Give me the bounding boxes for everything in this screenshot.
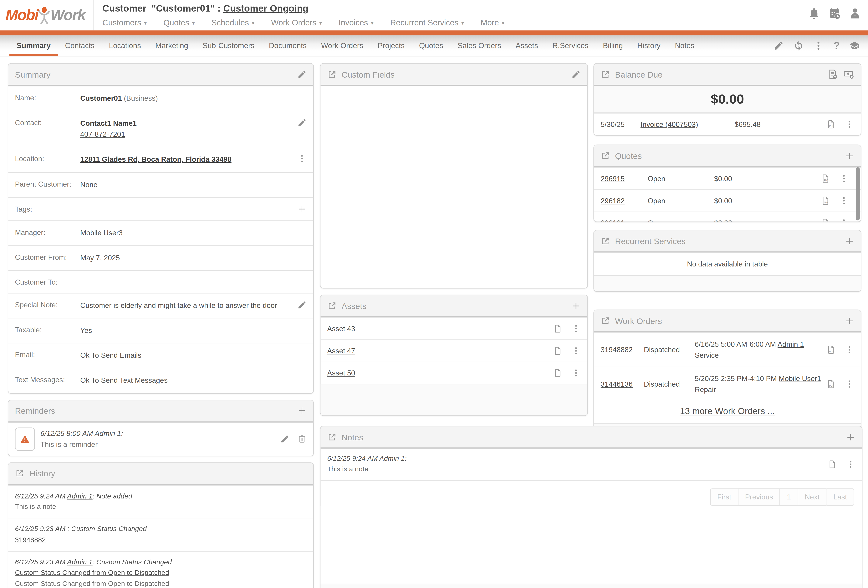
edit-pencil-icon[interactable] xyxy=(297,118,307,127)
kebab-menu-icon[interactable] xyxy=(845,345,854,355)
kebab-menu-icon[interactable] xyxy=(571,324,581,334)
edit-pencil-icon[interactable] xyxy=(571,69,581,79)
pdf-icon[interactable]: PDF xyxy=(821,196,831,205)
tab-summary[interactable]: Summary xyxy=(9,35,58,56)
notification-bell-icon[interactable] xyxy=(808,7,821,20)
more-work-orders-link[interactable]: 13 more Work Orders ... xyxy=(680,406,775,416)
external-link-icon[interactable] xyxy=(15,468,24,478)
kebab-menu-icon[interactable] xyxy=(846,459,855,469)
history-status-link[interactable]: Custom Status Changed from Open to Dispa… xyxy=(15,569,169,577)
kebab-menu-icon[interactable] xyxy=(839,218,849,222)
tab-quotes[interactable]: Quotes xyxy=(412,35,450,56)
pagination-next-button[interactable]: Next xyxy=(798,488,827,505)
document-icon[interactable] xyxy=(553,368,562,378)
tab-work-orders[interactable]: Work Orders xyxy=(314,35,371,56)
add-plus-icon[interactable] xyxy=(571,301,581,310)
history-user-link[interactable]: Admin 1 xyxy=(67,492,93,500)
quote-link[interactable]: 296181 xyxy=(601,219,648,222)
nav-recurrent-services[interactable]: Recurrent Services▾ xyxy=(390,18,464,27)
external-link-icon[interactable] xyxy=(327,432,337,442)
kebab-menu-icon[interactable] xyxy=(839,174,849,183)
technician-link[interactable]: Admin 1 xyxy=(778,340,804,348)
document-icon[interactable] xyxy=(553,324,562,334)
user-profile-icon[interactable] xyxy=(849,7,861,20)
pagination-page-button[interactable]: 1 xyxy=(780,488,798,505)
pagination-last-button[interactable]: Last xyxy=(827,488,854,505)
history-user-link[interactable]: Admin 1 xyxy=(67,558,93,566)
work-order-link[interactable]: 31948882 xyxy=(601,346,644,354)
tab-sales-orders[interactable]: Sales Orders xyxy=(450,35,508,56)
asset-link[interactable]: Asset 47 xyxy=(327,347,355,355)
edit-pencil-icon[interactable] xyxy=(774,40,784,51)
contact-phone-link[interactable]: 407-872-7201 xyxy=(80,130,125,139)
external-link-icon[interactable] xyxy=(327,301,337,310)
add-plus-icon[interactable] xyxy=(845,151,854,160)
nav-work-orders[interactable]: Work Orders▾ xyxy=(271,18,322,27)
document-icon[interactable] xyxy=(553,346,562,356)
kebab-menu-icon[interactable] xyxy=(297,154,307,164)
nav-quotes[interactable]: Quotes▾ xyxy=(163,18,195,27)
kebab-menu-icon[interactable] xyxy=(839,196,849,205)
pdf-icon[interactable]: PDF xyxy=(821,218,831,222)
asset-link[interactable]: Asset 50 xyxy=(327,369,355,377)
add-plus-icon[interactable] xyxy=(297,406,307,415)
mobiwork-logo[interactable]: Mobi Work xyxy=(0,0,93,30)
add-plus-icon[interactable] xyxy=(297,204,307,214)
tab-rservices[interactable]: R.Services xyxy=(545,35,596,56)
edit-pencil-icon[interactable] xyxy=(297,69,307,79)
pagination-first-button[interactable]: First xyxy=(710,488,738,505)
customer-status-link[interactable]: Customer Ongoing xyxy=(223,3,309,14)
external-link-icon[interactable] xyxy=(601,69,610,79)
help-icon[interactable]: ? xyxy=(833,40,840,51)
quote-link[interactable]: 296915 xyxy=(601,174,648,183)
nav-customers[interactable]: Customers▾ xyxy=(102,18,147,27)
history-workorder-link[interactable]: 31948882 xyxy=(15,536,46,544)
tab-projects[interactable]: Projects xyxy=(371,35,412,56)
tab-locations[interactable]: Locations xyxy=(102,35,148,56)
delete-trash-icon[interactable] xyxy=(297,434,307,443)
pdf-icon[interactable]: PDF xyxy=(827,379,836,389)
add-plus-icon[interactable] xyxy=(845,316,854,325)
quote-link[interactable]: 296182 xyxy=(601,196,648,205)
tab-marketing[interactable]: Marketing xyxy=(148,35,195,56)
tab-history[interactable]: History xyxy=(630,35,668,56)
tab-notes[interactable]: Notes xyxy=(668,35,701,56)
kebab-menu-icon[interactable] xyxy=(845,379,854,389)
scrollbar-thumb[interactable] xyxy=(856,167,860,220)
pdf-icon[interactable]: PDF xyxy=(821,174,831,183)
nav-schedules[interactable]: Schedules▾ xyxy=(211,18,255,27)
kebab-menu-icon[interactable] xyxy=(571,368,581,378)
tab-documents[interactable]: Documents xyxy=(262,35,314,56)
external-link-icon[interactable] xyxy=(601,316,610,325)
external-link-icon[interactable] xyxy=(601,151,610,160)
kebab-menu-icon[interactable] xyxy=(813,40,824,51)
asset-link[interactable]: Asset 43 xyxy=(327,325,355,333)
add-invoice-icon[interactable] xyxy=(827,69,838,80)
refresh-icon[interactable] xyxy=(794,40,804,51)
tab-billing[interactable]: Billing xyxy=(596,35,630,56)
external-link-icon[interactable] xyxy=(327,69,337,79)
document-icon[interactable] xyxy=(828,459,837,469)
location-address-link[interactable]: 12811 Glades Rd, Boca Raton, Florida 334… xyxy=(80,155,232,164)
pdf-icon[interactable]: PDF xyxy=(827,120,836,129)
tab-assets[interactable]: Assets xyxy=(508,35,545,56)
pdf-icon[interactable]: PDF xyxy=(827,345,836,355)
pagination-previous-button[interactable]: Previous xyxy=(738,488,780,505)
technician-link[interactable]: Mobile User1 xyxy=(779,374,821,383)
add-plus-icon[interactable] xyxy=(845,236,854,246)
add-plus-icon[interactable] xyxy=(846,432,855,442)
nav-invoices[interactable]: Invoices▾ xyxy=(338,18,373,27)
tab-contacts[interactable]: Contacts xyxy=(58,35,102,56)
kebab-menu-icon[interactable] xyxy=(845,120,854,129)
schedule-calendar-icon[interactable] xyxy=(828,7,841,20)
kebab-menu-icon[interactable] xyxy=(571,346,581,356)
edit-pencil-icon[interactable] xyxy=(297,300,307,310)
edit-pencil-icon[interactable] xyxy=(280,434,289,443)
external-link-icon[interactable] xyxy=(601,236,610,246)
tab-sub-customers[interactable]: Sub-Customers xyxy=(195,35,262,56)
invoice-link[interactable]: Invoice (4007503) xyxy=(641,120,735,129)
add-payment-icon[interactable] xyxy=(843,69,854,80)
training-cap-icon[interactable] xyxy=(849,40,860,51)
work-order-link[interactable]: 31446136 xyxy=(601,380,644,388)
nav-more[interactable]: More▾ xyxy=(481,18,505,27)
